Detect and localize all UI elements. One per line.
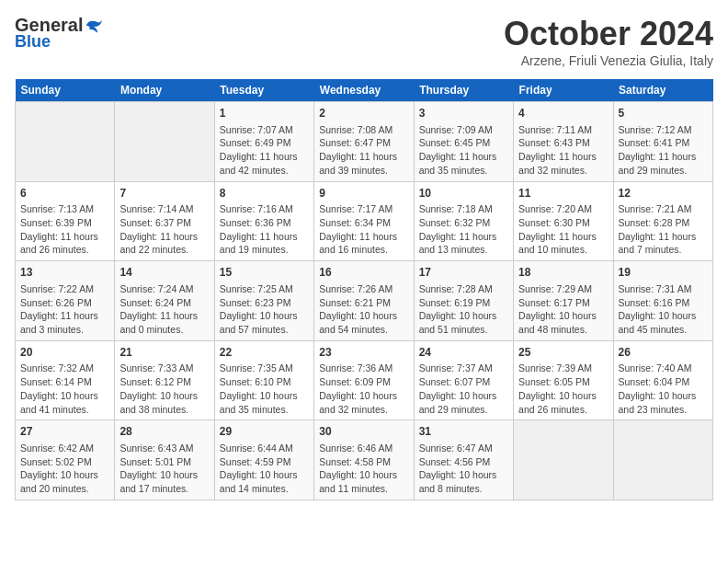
day-content: Sunrise: 7:35 AM Sunset: 6:10 PM Dayligh… — [220, 362, 309, 416]
calendar-cell: 1Sunrise: 7:07 AM Sunset: 6:49 PM Daylig… — [214, 102, 313, 182]
location: Arzene, Friuli Venezia Giulia, Italy — [504, 53, 713, 68]
calendar-cell: 17Sunrise: 7:28 AM Sunset: 6:19 PM Dayli… — [414, 261, 513, 341]
calendar-cell — [613, 420, 712, 500]
calendar-cell: 19Sunrise: 7:31 AM Sunset: 6:16 PM Dayli… — [613, 261, 712, 341]
day-content: Sunrise: 7:28 AM Sunset: 6:19 PM Dayligh… — [419, 282, 508, 337]
day-number: 31 — [419, 424, 508, 440]
day-content: Sunrise: 7:31 AM Sunset: 6:16 PM Dayligh… — [619, 282, 708, 337]
calendar-cell: 6Sunrise: 7:13 AM Sunset: 6:39 PM Daylig… — [16, 181, 115, 261]
day-number: 4 — [518, 106, 608, 121]
calendar-cell: 9Sunrise: 7:17 AM Sunset: 6:34 PM Daylig… — [314, 181, 414, 261]
calendar-cell: 16Sunrise: 7:26 AM Sunset: 6:21 PM Dayli… — [314, 261, 414, 341]
day-content: Sunrise: 7:33 AM Sunset: 6:12 PM Dayligh… — [119, 362, 209, 416]
day-number: 30 — [319, 424, 408, 440]
calendar-row-1: 6Sunrise: 7:13 AM Sunset: 6:39 PM Daylig… — [16, 181, 713, 261]
calendar-table: SundayMondayTuesdayWednesdayThursdayFrid… — [15, 79, 713, 500]
calendar-cell — [115, 102, 214, 182]
calendar-cell: 25Sunrise: 7:39 AM Sunset: 6:05 PM Dayli… — [514, 340, 613, 420]
day-content: Sunrise: 7:26 AM Sunset: 6:21 PM Dayligh… — [319, 282, 408, 337]
day-number: 28 — [119, 424, 209, 440]
calendar-cell: 10Sunrise: 7:18 AM Sunset: 6:32 PM Dayli… — [414, 181, 513, 261]
day-content: Sunrise: 7:20 AM Sunset: 6:30 PM Dayligh… — [518, 202, 608, 257]
calendar-cell: 21Sunrise: 7:33 AM Sunset: 6:12 PM Dayli… — [115, 340, 214, 420]
day-content: Sunrise: 7:21 AM Sunset: 6:28 PM Dayligh… — [619, 202, 708, 257]
day-content: Sunrise: 6:47 AM Sunset: 4:56 PM Dayligh… — [419, 442, 508, 496]
calendar-cell: 24Sunrise: 7:37 AM Sunset: 6:07 PM Dayli… — [414, 340, 513, 420]
calendar-cell: 23Sunrise: 7:36 AM Sunset: 6:09 PM Dayli… — [314, 340, 414, 420]
calendar-cell: 14Sunrise: 7:24 AM Sunset: 6:24 PM Dayli… — [115, 261, 214, 341]
calendar-row-3: 20Sunrise: 7:32 AM Sunset: 6:14 PM Dayli… — [16, 340, 713, 420]
calendar-cell: 18Sunrise: 7:29 AM Sunset: 6:17 PM Dayli… — [514, 261, 613, 341]
calendar-row-0: 1Sunrise: 7:07 AM Sunset: 6:49 PM Daylig… — [16, 102, 713, 182]
calendar-cell: 7Sunrise: 7:14 AM Sunset: 6:37 PM Daylig… — [115, 181, 214, 261]
day-number: 17 — [419, 265, 508, 281]
day-content: Sunrise: 7:32 AM Sunset: 6:14 PM Dayligh… — [20, 362, 109, 416]
calendar-cell: 28Sunrise: 6:43 AM Sunset: 5:01 PM Dayli… — [115, 420, 214, 500]
calendar-cell: 13Sunrise: 7:22 AM Sunset: 6:26 PM Dayli… — [16, 261, 115, 341]
day-content: Sunrise: 7:36 AM Sunset: 6:09 PM Dayligh… — [319, 362, 408, 416]
calendar-cell: 4Sunrise: 7:11 AM Sunset: 6:43 PM Daylig… — [514, 102, 613, 182]
calendar-cell — [514, 420, 613, 500]
header-tuesday: Tuesday — [214, 79, 313, 102]
logo-bird-icon — [85, 17, 103, 34]
calendar-cell: 3Sunrise: 7:09 AM Sunset: 6:45 PM Daylig… — [414, 102, 513, 182]
day-content: Sunrise: 7:17 AM Sunset: 6:34 PM Dayligh… — [319, 202, 408, 257]
calendar-cell: 8Sunrise: 7:16 AM Sunset: 6:36 PM Daylig… — [214, 181, 313, 261]
calendar-cell: 2Sunrise: 7:08 AM Sunset: 6:47 PM Daylig… — [314, 102, 414, 182]
day-number: 9 — [319, 186, 408, 201]
day-content: Sunrise: 7:37 AM Sunset: 6:07 PM Dayligh… — [419, 362, 508, 416]
calendar-cell: 20Sunrise: 7:32 AM Sunset: 6:14 PM Dayli… — [16, 340, 115, 420]
calendar-row-2: 13Sunrise: 7:22 AM Sunset: 6:26 PM Dayli… — [16, 261, 713, 341]
day-content: Sunrise: 6:42 AM Sunset: 5:02 PM Dayligh… — [20, 442, 109, 496]
day-number: 26 — [619, 345, 708, 361]
day-number: 21 — [119, 345, 209, 361]
page-header: General Blue October 2024 Arzene, Friuli… — [15, 15, 713, 68]
day-number: 3 — [419, 106, 508, 121]
day-content: Sunrise: 7:08 AM Sunset: 6:47 PM Dayligh… — [319, 123, 408, 178]
day-content: Sunrise: 6:46 AM Sunset: 4:58 PM Dayligh… — [319, 442, 408, 496]
day-number: 24 — [419, 345, 508, 361]
day-content: Sunrise: 7:16 AM Sunset: 6:36 PM Dayligh… — [220, 202, 309, 257]
calendar-cell: 12Sunrise: 7:21 AM Sunset: 6:28 PM Dayli… — [613, 181, 712, 261]
day-number: 19 — [619, 265, 708, 281]
day-content: Sunrise: 7:25 AM Sunset: 6:23 PM Dayligh… — [220, 282, 309, 337]
day-number: 14 — [119, 265, 209, 281]
day-number: 8 — [220, 186, 309, 201]
day-content: Sunrise: 7:14 AM Sunset: 6:37 PM Dayligh… — [119, 202, 209, 257]
day-number: 7 — [119, 186, 209, 201]
day-content: Sunrise: 7:09 AM Sunset: 6:45 PM Dayligh… — [419, 123, 508, 178]
calendar-cell: 11Sunrise: 7:20 AM Sunset: 6:30 PM Dayli… — [514, 181, 613, 261]
day-number: 5 — [619, 106, 708, 121]
header-friday: Friday — [514, 79, 613, 102]
calendar-cell: 26Sunrise: 7:40 AM Sunset: 6:04 PM Dayli… — [613, 340, 712, 420]
calendar-cell: 30Sunrise: 6:46 AM Sunset: 4:58 PM Dayli… — [314, 420, 414, 500]
day-number: 20 — [20, 345, 109, 361]
day-content: Sunrise: 7:12 AM Sunset: 6:41 PM Dayligh… — [619, 123, 708, 178]
calendar-cell: 22Sunrise: 7:35 AM Sunset: 6:10 PM Dayli… — [214, 340, 313, 420]
calendar-header-row: SundayMondayTuesdayWednesdayThursdayFrid… — [16, 79, 713, 102]
calendar-cell — [16, 102, 115, 182]
calendar-row-4: 27Sunrise: 6:42 AM Sunset: 5:02 PM Dayli… — [16, 420, 713, 500]
day-number: 1 — [220, 106, 309, 121]
day-content: Sunrise: 6:43 AM Sunset: 5:01 PM Dayligh… — [119, 442, 209, 496]
header-wednesday: Wednesday — [314, 79, 414, 102]
day-number: 27 — [20, 424, 109, 440]
day-content: Sunrise: 7:29 AM Sunset: 6:17 PM Dayligh… — [518, 282, 608, 337]
day-number: 25 — [518, 345, 608, 361]
calendar-cell: 27Sunrise: 6:42 AM Sunset: 5:02 PM Dayli… — [16, 420, 115, 500]
calendar-cell: 15Sunrise: 7:25 AM Sunset: 6:23 PM Dayli… — [214, 261, 313, 341]
header-monday: Monday — [115, 79, 214, 102]
day-content: Sunrise: 7:39 AM Sunset: 6:05 PM Dayligh… — [518, 362, 608, 416]
calendar-cell: 31Sunrise: 6:47 AM Sunset: 4:56 PM Dayli… — [414, 420, 513, 500]
day-number: 11 — [518, 186, 608, 201]
day-number: 22 — [220, 345, 309, 361]
day-number: 10 — [419, 186, 508, 201]
day-number: 29 — [220, 424, 309, 440]
header-saturday: Saturday — [613, 79, 712, 102]
logo: General Blue — [15, 15, 103, 52]
day-number: 12 — [619, 186, 708, 201]
day-content: Sunrise: 7:40 AM Sunset: 6:04 PM Dayligh… — [619, 362, 708, 416]
day-number: 6 — [20, 186, 109, 201]
day-content: Sunrise: 6:44 AM Sunset: 4:59 PM Dayligh… — [220, 442, 309, 496]
header-thursday: Thursday — [414, 79, 513, 102]
